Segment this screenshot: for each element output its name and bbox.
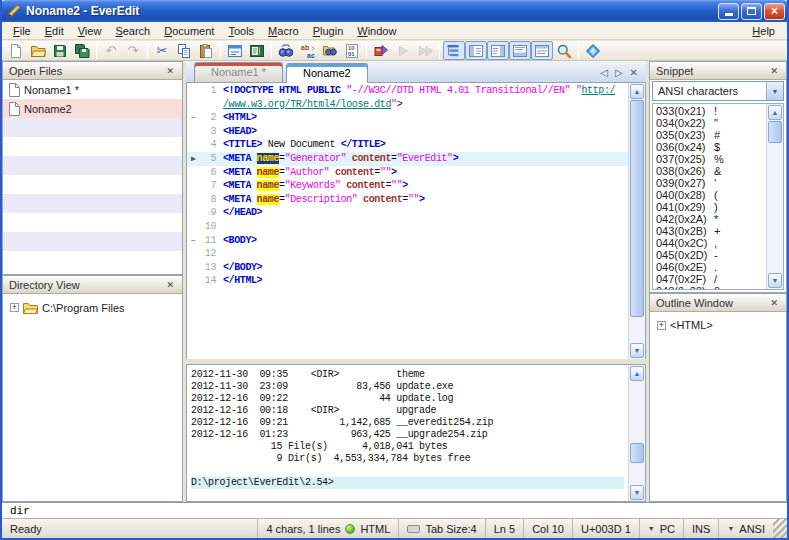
- find-in-files-button[interactable]: [319, 41, 341, 60]
- toggle-editor-area-button[interactable]: [531, 41, 553, 60]
- new-file-button[interactable]: [5, 41, 27, 60]
- editor-line[interactable]: 1<!DOCTYPE HTML PUBLIC "-//W3C//DTD HTML…: [187, 84, 628, 98]
- directory-root-item[interactable]: + C:\Program Files: [3, 294, 182, 314]
- scroll-up-icon[interactable]: ▲: [768, 105, 782, 120]
- editor-line[interactable]: /www.w3.org/TR/html4/loose.dtd">: [187, 98, 628, 112]
- snippet-item[interactable]: 034(0x22)": [656, 117, 766, 129]
- snippet-item[interactable]: 041(0x29)): [656, 201, 766, 213]
- goto-line-button[interactable]: 1001: [341, 41, 363, 60]
- snippet-item[interactable]: 043(0x2B)+: [656, 225, 766, 237]
- maximize-button[interactable]: [741, 3, 762, 20]
- editor-line[interactable]: 10: [187, 220, 628, 234]
- scroll-up-icon[interactable]: ▲: [630, 84, 644, 99]
- open-file-item[interactable]: Noname2: [3, 99, 182, 118]
- resize-grip[interactable]: [773, 519, 787, 538]
- magnifier-button[interactable]: [553, 41, 575, 60]
- status-unicode[interactable]: U+003D 1: [572, 519, 639, 538]
- menu-edit[interactable]: Edit: [38, 23, 71, 39]
- fold-marker-icon[interactable]: −: [187, 111, 200, 125]
- tab-noname1[interactable]: Noname1 *: [194, 62, 283, 82]
- toggle-right-panel-button[interactable]: [487, 41, 509, 60]
- editor-line[interactable]: ▶5<META name="Generator" content="EverEd…: [187, 152, 628, 166]
- scroll-down-icon[interactable]: ▼: [768, 273, 782, 288]
- console-scrollbar-thumb[interactable]: [630, 443, 644, 463]
- status-line[interactable]: Ln 5: [485, 519, 523, 538]
- snippet-item[interactable]: 048(0x30)0: [656, 285, 766, 289]
- editor-line[interactable]: 8<META name="Description" content="">: [187, 193, 628, 207]
- play-macro-button[interactable]: [392, 41, 414, 60]
- snippet-item[interactable]: 047(0x2F)/: [656, 273, 766, 285]
- editor-line[interactable]: −11<BODY>: [187, 234, 628, 248]
- editor-line[interactable]: 13</BODY>: [187, 261, 628, 275]
- snippet-close-icon[interactable]: ✕: [768, 66, 780, 76]
- status-encoding[interactable]: ▼ ANSI: [718, 519, 773, 538]
- snippet-item[interactable]: 038(0x26)&: [656, 165, 766, 177]
- editor-line[interactable]: 6<META name="Author" content="">: [187, 166, 628, 180]
- close-button[interactable]: ×: [764, 3, 785, 20]
- editor-scrollbar-thumb[interactable]: [630, 100, 644, 317]
- snippet-item[interactable]: 042(0x2A)*: [656, 213, 766, 225]
- open-file-button[interactable]: [27, 41, 49, 60]
- menu-help[interactable]: Help: [744, 23, 783, 39]
- status-column[interactable]: Col 10: [523, 519, 572, 538]
- editor-line[interactable]: 3<HEAD>: [187, 125, 628, 139]
- tab-scroll-left-icon[interactable]: ◁: [600, 67, 608, 78]
- toggle-outline-button[interactable]: [443, 41, 465, 60]
- editor-vertical-scrollbar[interactable]: ▲ ▼: [628, 83, 645, 359]
- snippet-category-select[interactable]: ANSI characters ▼: [652, 81, 784, 101]
- menu-plugin[interactable]: Plugin: [306, 23, 351, 39]
- outline-root-item[interactable]: + <HTML>: [650, 312, 786, 331]
- save-file-button[interactable]: [49, 41, 71, 60]
- status-document-info[interactable]: 4 chars, 1 lines HTML: [257, 519, 398, 538]
- editor-line[interactable]: 9</HEAD>: [187, 206, 628, 220]
- snippet-item[interactable]: 045(0x2D)-: [656, 249, 766, 261]
- snippet-item[interactable]: 039(0x27)': [656, 177, 766, 189]
- editor-line[interactable]: 7<META name="Keywords" content="">: [187, 179, 628, 193]
- editor-line[interactable]: 12: [187, 247, 628, 261]
- snippet-item[interactable]: 046(0x2E).: [656, 261, 766, 273]
- snippet-item[interactable]: 033(0x21)!: [656, 105, 766, 117]
- snippet-item[interactable]: 037(0x25)%: [656, 153, 766, 165]
- paste-button[interactable]: [195, 41, 217, 60]
- expander-plus-icon[interactable]: +: [10, 303, 19, 312]
- run-script-button[interactable]: [370, 41, 392, 60]
- scroll-up-icon[interactable]: ▲: [630, 366, 644, 381]
- scroll-down-icon[interactable]: ▼: [630, 343, 644, 358]
- snippet-item[interactable]: 035(0x23)#: [656, 129, 766, 141]
- editor-line[interactable]: 14</HTML>: [187, 274, 628, 288]
- menu-document[interactable]: Document: [157, 23, 221, 39]
- tab-close-icon[interactable]: ✕: [630, 67, 638, 78]
- open-files-close-icon[interactable]: ✕: [164, 66, 176, 76]
- command-input[interactable]: [2, 503, 787, 518]
- play-macro-to-end-button[interactable]: [414, 41, 436, 60]
- cut-button[interactable]: ✂: [151, 41, 173, 60]
- snippet-vertical-scrollbar[interactable]: ▲ ▼: [766, 104, 783, 289]
- find-button[interactable]: [275, 41, 297, 60]
- menu-view[interactable]: View: [71, 23, 109, 39]
- bookmark-arrow-icon[interactable]: ▶: [187, 152, 200, 166]
- toggle-bottom-panel-button[interactable]: [509, 41, 531, 60]
- minimize-button[interactable]: [718, 3, 739, 20]
- redo-button[interactable]: ↷: [122, 41, 144, 60]
- combo-dropdown-icon[interactable]: ▼: [766, 82, 783, 100]
- scroll-down-icon[interactable]: ▼: [630, 485, 644, 500]
- status-insert-mode[interactable]: INS: [683, 519, 718, 538]
- status-tab-size[interactable]: Tab Size:4: [398, 519, 484, 538]
- word-wrap-button[interactable]: [224, 41, 246, 60]
- document-map-button[interactable]: [246, 41, 268, 60]
- directory-view-close-icon[interactable]: ✕: [164, 280, 176, 290]
- fold-marker-icon[interactable]: −: [187, 234, 200, 248]
- tab-noname2[interactable]: Noname2: [286, 63, 368, 83]
- editor-text[interactable]: 1<!DOCTYPE HTML PUBLIC "-//W3C//DTD HTML…: [187, 84, 628, 359]
- menu-file[interactable]: File: [6, 23, 38, 39]
- open-file-item[interactable]: Noname1 *: [3, 80, 182, 99]
- console-vertical-scrollbar[interactable]: ▲ ▼: [628, 365, 645, 501]
- menu-search[interactable]: Search: [108, 23, 157, 39]
- editor-line[interactable]: 4<TITLE> New Document </TITLE>: [187, 138, 628, 152]
- snippet-item[interactable]: 040(0x28)(: [656, 189, 766, 201]
- menu-window[interactable]: Window: [350, 23, 403, 39]
- toggle-left-panel-button[interactable]: [465, 41, 487, 60]
- tab-scroll-right-icon[interactable]: ▷: [615, 67, 623, 78]
- snippet-scrollbar-thumb[interactable]: [768, 121, 782, 143]
- snippet-diamond-button[interactable]: [582, 41, 604, 60]
